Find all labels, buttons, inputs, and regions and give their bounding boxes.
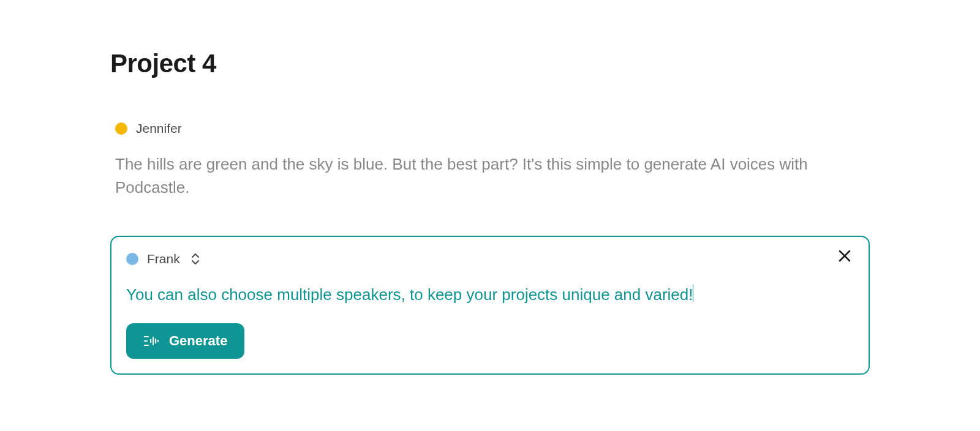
generate-waveform-icon	[143, 334, 159, 348]
speaker-header: Jennifer	[115, 121, 870, 136]
editor-card: Frank You can also choose multiple speak…	[110, 236, 870, 374]
editor-text-wrapper[interactable]: You can also choose multiple speakers, t…	[126, 283, 854, 305]
editor-text[interactable]: You can also choose multiple speakers, t…	[126, 285, 693, 304]
svg-rect-3	[157, 340, 159, 342]
svg-rect-2	[155, 339, 156, 343]
svg-rect-0	[150, 339, 151, 343]
speaker-selector-icon[interactable]	[190, 253, 201, 265]
editor-header: Frank	[126, 252, 854, 266]
speaker-name-label: Jennifer	[136, 121, 182, 136]
speaker-dot-icon	[126, 253, 138, 265]
close-button[interactable]	[838, 249, 851, 263]
block-text: The hills are green and the sky is blue.…	[115, 153, 870, 199]
generate-button[interactable]: Generate	[126, 323, 244, 359]
text-cursor-icon	[693, 285, 694, 302]
speaker-dot-icon	[115, 122, 127, 135]
editor-speaker-name: Frank	[147, 252, 180, 266]
svg-rect-1	[153, 337, 154, 345]
generate-button-label: Generate	[169, 333, 227, 349]
speaker-block: Jennifer The hills are green and the sky…	[110, 121, 870, 199]
page-title: Project 4	[110, 49, 870, 78]
